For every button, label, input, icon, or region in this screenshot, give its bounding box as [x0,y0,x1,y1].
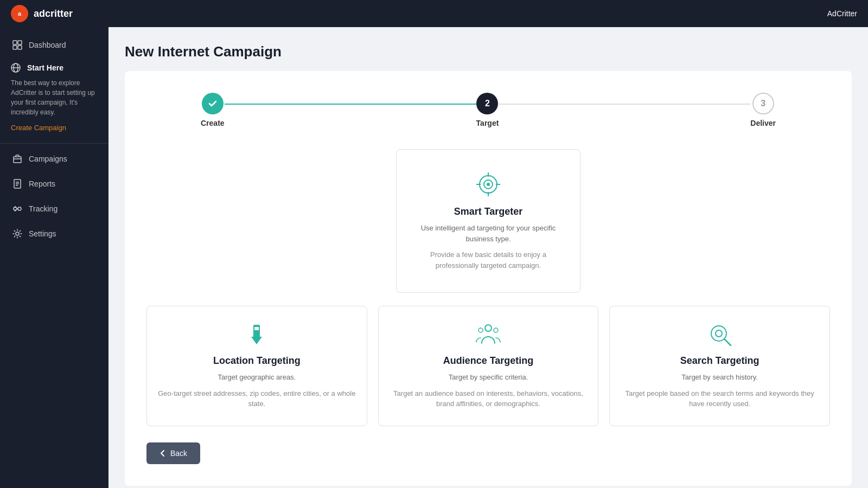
sidebar: Dashboard Start Here The best way to exp… [0,27,108,488]
svg-point-38 [716,330,722,337]
svg-rect-3 [18,41,22,44]
bottom-cards-row: Location Targeting Target geographic are… [146,306,830,426]
start-here-label: Start Here [27,63,63,72]
step-connector-1 [225,104,476,105]
location-subtitle: Target geographic areas. [158,372,356,383]
topbar: a adcritter AdCritter [0,0,868,27]
box-icon [12,154,22,164]
step-target-circle: 2 [476,93,498,114]
logo-text: adcritter [34,8,73,20]
svg-point-25 [487,183,490,186]
svg-point-22 [16,232,19,235]
smart-targeter-desc: Provide a few basic details to enjoy a p… [413,249,564,271]
step-deliver-label: Deliver [750,119,776,127]
smart-targeter-title: Smart Targeter [413,206,564,217]
sidebar-item-settings[interactable]: Settings [0,221,108,246]
sidebar-item-dashboard[interactable]: Dashboard [0,33,108,57]
start-here-description: The best way to explore AdCritter is to … [11,78,98,117]
sidebar-item-tracking-label: Tracking [29,204,58,213]
topbar-user-label: AdCritter [827,9,857,18]
wizard-panel: Create 2 Target 3 Deliver [125,71,852,486]
step-deliver: 3 Deliver [750,93,776,127]
audience-desc: Target an audience based on interests, b… [390,388,588,409]
step-create: Create [201,93,225,127]
sidebar-start-here-section: Start Here The best way to explore AdCri… [0,57,108,144]
svg-rect-9 [14,157,21,163]
sidebar-item-campaigns[interactable]: Campaigns [0,146,108,171]
svg-rect-30 [253,325,260,338]
step-target: 2 Target [476,93,499,127]
gear-icon [12,229,22,239]
search-desc: Target people based on the search terms … [621,388,819,409]
step-create-circle [202,93,224,114]
card-search-targeting[interactable]: Search Targeting Target by search histor… [609,306,830,426]
back-button[interactable]: Back [146,442,200,464]
sidebar-item-campaigns-label: Campaigns [29,155,67,163]
audience-subtitle: Target by specific criteria. [390,372,588,383]
svg-point-18 [15,206,16,207]
step-target-label: Target [476,119,499,127]
svg-point-16 [18,207,21,210]
svg-line-37 [724,339,731,345]
card-location-targeting[interactable]: Location Targeting Target geographic are… [146,306,367,426]
svg-text:a: a [18,10,22,17]
sidebar-item-tracking[interactable]: Tracking [0,196,108,221]
main-layout: Dashboard Start Here The best way to exp… [0,27,868,488]
sidebar-item-dashboard-label: Dashboard [29,41,66,49]
sidebar-item-reports-label: Reports [29,179,55,188]
page-title: New Internet Campaign [125,43,852,60]
audience-title: Audience Targeting [390,355,588,367]
button-row: Back [146,442,830,464]
grid-icon [12,40,22,50]
logo-icon: a [11,5,28,22]
card-audience-targeting[interactable]: Audience Targeting Target by specific cr… [378,306,599,426]
chevron-left-icon [159,450,166,457]
svg-point-33 [485,325,492,331]
location-icon [158,323,356,346]
sidebar-item-settings-label: Settings [29,229,56,238]
stepper: Create 2 Target 3 Deliver [146,93,830,127]
location-desc: Geo-target street addresses, zip codes, … [158,388,356,409]
step-create-label: Create [201,119,225,127]
step-connector-2 [499,104,750,105]
search-icon [621,323,819,346]
search-subtitle: Target by search history. [621,372,819,383]
file-icon [12,179,22,189]
audience-icon [390,323,588,346]
svg-rect-2 [13,41,17,44]
step-deliver-circle: 3 [752,93,774,114]
sidebar-item-reports[interactable]: Reports [0,171,108,196]
svg-rect-5 [18,46,22,49]
svg-point-34 [478,328,483,332]
svg-rect-4 [13,46,17,49]
svg-marker-31 [251,337,262,344]
sidebar-item-start-here[interactable]: Start Here [11,63,98,73]
create-campaign-link[interactable]: Create Campaign [11,124,66,132]
content-area: New Internet Campaign Create 2 Targe [108,27,868,488]
link-icon [12,204,22,214]
svg-point-35 [494,328,498,332]
globe-icon [11,63,21,73]
location-title: Location Targeting [158,355,356,367]
svg-rect-32 [254,327,259,330]
search-title: Search Targeting [621,355,819,367]
smart-targeter-subtitle: Use intelligent ad targeting for your sp… [413,223,564,244]
targeting-layout: Smart Targeter Use intelligent ad target… [146,149,830,464]
card-smart-targeter[interactable]: Smart Targeter Use intelligent ad target… [396,149,580,293]
svg-point-19 [15,210,16,211]
logo: a adcritter [11,5,73,22]
smart-targeter-icon [413,171,564,197]
